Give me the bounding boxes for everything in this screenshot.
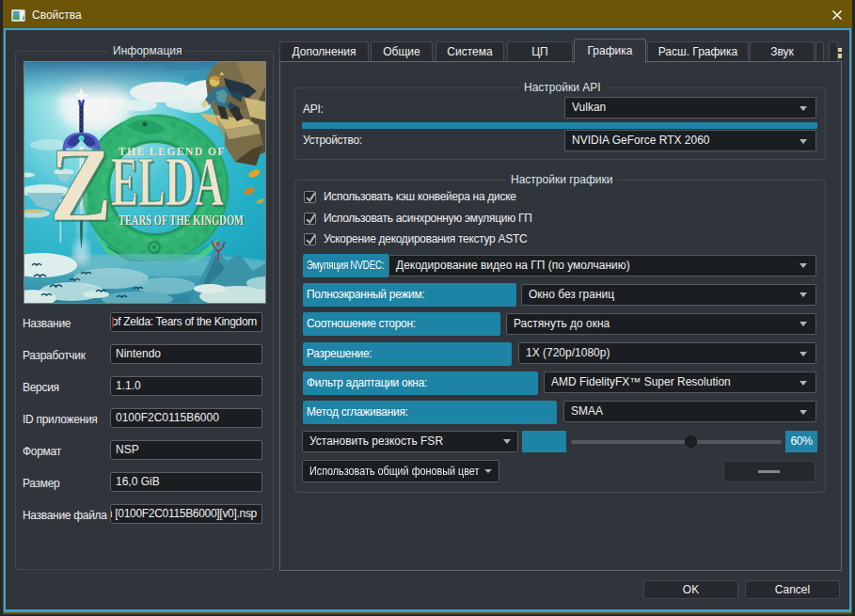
svg-text:ELDA: ELDA bbox=[111, 143, 224, 220]
svg-text:Z: Z bbox=[50, 126, 112, 243]
svg-text:TEARS OF THE KINGDOM: TEARS OF THE KINGDOM bbox=[119, 212, 244, 228]
